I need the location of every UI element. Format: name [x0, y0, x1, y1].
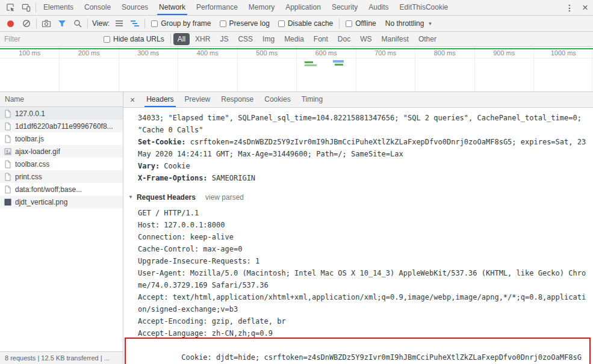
- response-header-line: Vary: Cookie: [138, 160, 587, 172]
- checkbox-box: [151, 20, 158, 27]
- header-name: Vary:: [138, 162, 160, 170]
- group-by-frame-checkbox[interactable]: Group by frame: [151, 19, 211, 28]
- headers-content: 34033; "Elapsed time", SQLPanel_sql_time…: [123, 108, 593, 364]
- request-row[interactable]: toolbar.js: [0, 132, 123, 145]
- filter-type-ws[interactable]: WS: [356, 33, 376, 45]
- checkbox-box: [220, 20, 226, 27]
- chevron-down-icon: ▼: [427, 21, 432, 26]
- request-headers-section[interactable]: ▼ Request Headers view parsed: [128, 191, 587, 203]
- request-name: ajax-loader.gif: [15, 147, 60, 156]
- filter-type-img[interactable]: Img: [258, 33, 279, 45]
- tab-console[interactable]: Console: [79, 0, 116, 15]
- filter-type-media[interactable]: Media: [280, 33, 308, 45]
- network-toolbar: View: Group by frame Preserve log Disabl…: [0, 16, 593, 32]
- gridline: [119, 47, 119, 91]
- tab-editthiscookie[interactable]: EditThisCookie: [394, 0, 454, 15]
- filter-type-js[interactable]: JS: [216, 33, 232, 45]
- stylesheet-icon: [4, 160, 12, 168]
- tab-performance[interactable]: Performance: [191, 0, 243, 15]
- filter-type-xhr[interactable]: XHR: [191, 33, 214, 45]
- hide-data-urls-checkbox[interactable]: Hide data URLs: [104, 35, 164, 43]
- overview-request-bar: [333, 60, 344, 63]
- filter-type-all[interactable]: All: [173, 33, 190, 45]
- device-toolbar-icon[interactable]: [18, 0, 34, 15]
- response-header-line: Set-Cookie: csrftoken=z4sDnWBZDz5Y9zIvr0…: [138, 136, 587, 160]
- network-activity-line: [0, 48, 593, 49]
- filter-funnel-icon[interactable]: [54, 16, 70, 31]
- filter-type-font[interactable]: Font: [309, 33, 332, 45]
- preserve-log-checkbox[interactable]: Preserve log: [220, 19, 270, 28]
- inspect-element-icon[interactable]: [2, 0, 18, 15]
- tab-timing[interactable]: Timing: [296, 92, 329, 107]
- request-row[interactable]: 1d1df6220ab711e9996760f8...: [0, 120, 123, 132]
- tab-security[interactable]: Security: [326, 0, 363, 15]
- disclosure-triangle-icon: ▼: [128, 191, 133, 203]
- checkbox-box: [278, 20, 285, 27]
- tab-memory[interactable]: Memory: [243, 0, 280, 15]
- filter-type-manifest[interactable]: Manifest: [377, 33, 413, 45]
- tab-elements[interactable]: Elements: [38, 0, 79, 15]
- gridline: [296, 47, 297, 91]
- name-column-header[interactable]: Name: [0, 92, 123, 107]
- request-row[interactable]: ajax-loader.gif: [0, 145, 123, 158]
- divider: [339, 19, 340, 28]
- tab-headers[interactable]: Headers: [141, 92, 179, 107]
- cookie-header-text: Cookie: djdt=hide; csrftoken=z4sDnWBZDz5…: [138, 353, 582, 364]
- filter-input[interactable]: [4, 35, 99, 43]
- filter-type-other[interactable]: Other: [414, 33, 441, 45]
- gridline: [178, 47, 178, 91]
- show-overview-icon[interactable]: [127, 16, 143, 31]
- overview-request-bar: [335, 64, 343, 66]
- devtools-tabbar: Elements Console Sources Network Perform…: [0, 0, 593, 16]
- gridline: [592, 47, 592, 91]
- request-rows-icon[interactable]: [111, 16, 127, 31]
- request-row[interactable]: 127.0.0.1: [0, 107, 123, 120]
- close-icon[interactable]: ×: [577, 0, 593, 15]
- tab-preview[interactable]: Preview: [179, 92, 216, 107]
- close-details-icon[interactable]: ×: [123, 95, 141, 105]
- network-main: Name 127.0.0.1 1d1df6220ab711e9996760f8.…: [0, 92, 593, 364]
- tab-sources[interactable]: Sources: [116, 0, 154, 15]
- network-summary-bar: 8 requests | 12.5 KB transferred | ...: [0, 351, 123, 364]
- offline-checkbox[interactable]: Offline: [346, 19, 376, 28]
- throttling-select[interactable]: No throttling ▼: [385, 19, 433, 28]
- tab-application[interactable]: Application: [280, 0, 326, 15]
- request-row[interactable]: toolbar.css: [0, 158, 123, 170]
- request-name: toolbar.css: [15, 160, 49, 168]
- request-raw-line: Connection: keep-alive: [138, 231, 587, 243]
- timeline-overview[interactable]: 100 ms 200 ms 300 ms 400 ms 500 ms 600 m…: [0, 47, 593, 92]
- divider: [36, 19, 37, 28]
- clear-icon[interactable]: [19, 16, 34, 31]
- tab-network[interactable]: Network: [154, 0, 191, 15]
- view-parsed-link[interactable]: view parsed: [205, 191, 244, 203]
- request-raw-line: GET / HTTP/1.1: [138, 207, 587, 219]
- tab-audits[interactable]: Audits: [363, 0, 394, 15]
- divider: [170, 34, 171, 44]
- image-icon: [4, 198, 12, 206]
- filter-type-doc[interactable]: Doc: [334, 33, 355, 45]
- checkbox-label: Offline: [355, 19, 376, 28]
- header-value: Cookie: [164, 162, 190, 170]
- request-row[interactable]: djdt_vertical.png: [0, 196, 123, 208]
- record-icon[interactable]: [7, 20, 14, 27]
- view-label: View:: [92, 19, 110, 28]
- request-row[interactable]: print.css: [0, 170, 123, 183]
- checkbox-label: Hide data URLs: [113, 35, 164, 43]
- document-icon: [4, 110, 12, 118]
- request-row[interactable]: data:font/woff;base...: [0, 183, 123, 196]
- script-icon: [4, 122, 12, 131]
- disable-cache-checkbox[interactable]: Disable cache: [278, 19, 333, 28]
- tab-response[interactable]: Response: [216, 92, 259, 107]
- menu-icon[interactable]: ⋮: [562, 0, 577, 15]
- response-header-overflow: 34033; "Elapsed time", SQLPanel_sql_time…: [138, 112, 587, 136]
- screenshot-camera-icon[interactable]: [39, 16, 54, 31]
- header-name: X-Frame-Options:: [138, 174, 208, 182]
- divider: [36, 3, 36, 13]
- tab-cookies[interactable]: Cookies: [259, 92, 296, 107]
- gridline: [237, 47, 238, 91]
- search-icon[interactable]: [70, 16, 85, 31]
- gridline: [415, 47, 415, 91]
- gridline: [356, 47, 356, 91]
- filter-type-css[interactable]: CSS: [234, 33, 257, 45]
- gridline: [59, 47, 60, 91]
